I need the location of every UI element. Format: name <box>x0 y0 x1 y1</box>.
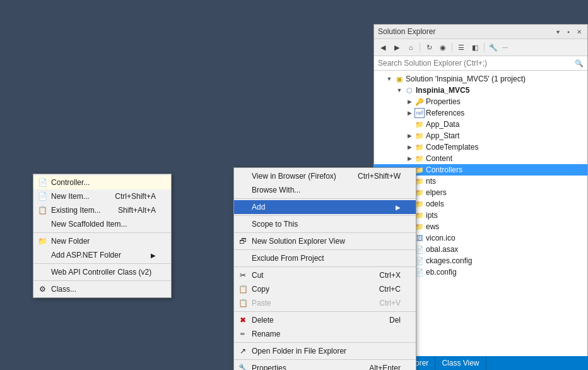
folder-icon: 📁 <box>415 142 425 152</box>
cm-sep <box>33 263 171 264</box>
tree-label: obal.asax <box>426 245 587 254</box>
tree-label: eb.config <box>426 268 587 277</box>
cm-existing-item[interactable]: 📋 Existing Item... Shift+Alt+A <box>33 203 171 217</box>
cm-sep <box>234 249 416 250</box>
folder-open-icon: ↗ <box>238 346 248 356</box>
expand-arrow: ▶ <box>404 98 415 105</box>
tree-item-codetemplates[interactable]: ▶ 📁 CodeTemplates <box>374 141 587 153</box>
sync-button[interactable]: ◉ <box>437 41 449 54</box>
cm-new-item[interactable]: 📄 New Item... Ctrl+Shift+A <box>33 189 171 203</box>
cm-cut[interactable]: ✂ Cut Ctrl+X <box>234 268 416 282</box>
cm-sep <box>234 198 416 199</box>
tools-button[interactable]: 🔧 <box>487 41 500 54</box>
tree-item-references[interactable]: ▶ ref References <box>374 107 587 119</box>
cm-new-scaffolded[interactable]: New Scaffolded Item... <box>33 217 171 231</box>
tree-item-content[interactable]: ▶ 📁 Content <box>374 153 587 164</box>
cm-browse-with[interactable]: Browse With... <box>234 183 416 197</box>
close-button[interactable]: ✕ <box>575 27 584 36</box>
folder-icon: 📁 <box>415 153 425 164</box>
toolbar-sep-1 <box>420 42 420 52</box>
tree-label: odels <box>426 200 587 208</box>
folder-icon: 📁 <box>415 119 425 129</box>
cm-class[interactable]: ⚙ Class... <box>33 282 171 296</box>
refresh-button[interactable]: ↻ <box>423 41 435 54</box>
toolbar-sep-2 <box>452 42 452 52</box>
cm-new-solution-explorer-view[interactable]: 🗗 New Solution Explorer View <box>234 234 416 248</box>
tree-label: Controllers <box>426 165 587 174</box>
cm-sep <box>234 215 416 216</box>
tree-label: ckages.config <box>426 256 587 265</box>
tree-label: References <box>426 109 587 117</box>
copy-icon: 📋 <box>238 284 248 294</box>
search-icon: 🔍 <box>575 59 584 68</box>
minimize-button[interactable]: ▪ <box>564 27 573 36</box>
tree-label: ews <box>426 222 587 231</box>
existing-item-icon: 📋 <box>37 205 47 215</box>
tree-label: App_Start <box>426 131 587 140</box>
cm-delete[interactable]: ✖ Delete Del <box>234 313 416 327</box>
expand-arrow: ▶ <box>404 155 415 162</box>
tree-label: Solution 'Inspinia_MVC5' (1 project) <box>406 75 587 83</box>
pin-button[interactable]: ▾ <box>553 27 562 36</box>
properties-icon: 🔧 <box>238 363 248 370</box>
cm-exclude-from-project[interactable]: Exclude From Project <box>234 251 416 265</box>
mid-context-menu: View in Browser (Firefox) Ctrl+Shift+W B… <box>233 167 416 370</box>
se-titlebar: Solution Explorer ▾ ▪ ✕ <box>374 25 587 39</box>
cm-rename[interactable]: ✏ Rename <box>234 327 416 341</box>
new-folder-icon: 📁 <box>37 236 47 246</box>
cm-scope-to-this[interactable]: Scope to This <box>234 217 416 231</box>
expand-arrow: ▶ <box>404 133 415 139</box>
tab-class-view[interactable]: Class View <box>435 356 486 370</box>
cm-add-aspnet-folder[interactable]: Add ASP.NET Folder ▶ <box>33 248 171 262</box>
tree-label: CodeTemplates <box>426 143 587 152</box>
tree-item-project[interactable]: ▼ ⬡ Inspinia_MVC5 <box>374 85 587 96</box>
tree-label: Inspinia_MVC5 <box>416 86 587 95</box>
cm-copy[interactable]: 📋 Copy Ctrl+C <box>234 282 416 296</box>
tree-item-appstart[interactable]: ▶ 📁 App_Start <box>374 130 587 141</box>
cm-web-api-controller[interactable]: Web API Controller Class (v2) <box>33 265 171 279</box>
cm-view-in-browser[interactable]: View in Browser (Firefox) Ctrl+Shift+W <box>234 169 416 183</box>
tree-item-appdata[interactable]: ▶ 📁 App_Data <box>374 119 587 130</box>
cm-open-folder[interactable]: ↗ Open Folder in File Explorer <box>234 344 416 358</box>
references-icon: ref <box>415 108 425 118</box>
tree-label: elpers <box>426 188 587 197</box>
add-submenu: 📄 Controller... 📄 New Item... Ctrl+Shift… <box>33 174 172 298</box>
expand-arrow: ▶ <box>404 110 415 116</box>
cm-new-folder[interactable]: 📁 New Folder <box>33 234 171 248</box>
tree-label: App_Data <box>426 120 587 129</box>
tree-label: Content <box>426 154 587 163</box>
tree-item-properties[interactable]: ▶ 🔑 Properties <box>374 96 587 107</box>
tree-label: Properties <box>426 97 587 106</box>
se-search-bar: 🔍 <box>374 56 587 71</box>
tree-label: nts <box>426 177 587 186</box>
cm-paste[interactable]: 📋 Paste Ctrl+V <box>234 296 416 310</box>
tree-label: ipts <box>426 211 587 220</box>
cm-add[interactable]: Add ▶ <box>234 200 416 214</box>
cm-sep <box>33 232 171 233</box>
back-button[interactable]: ◀ <box>377 41 389 54</box>
delete-icon: ✖ <box>238 315 248 325</box>
home-button[interactable]: ⌂ <box>404 41 417 54</box>
search-input[interactable] <box>378 59 575 68</box>
properties-icon: 🔑 <box>415 97 425 107</box>
expand-arrow: ▶ <box>404 144 415 150</box>
paste-icon: 📋 <box>238 298 248 308</box>
forward-button[interactable]: ▶ <box>391 41 403 54</box>
view-button[interactable]: ◧ <box>469 41 481 54</box>
properties-button[interactable]: ☰ <box>455 41 467 54</box>
se-title-buttons: ▾ ▪ ✕ <box>553 27 584 36</box>
cm-sep <box>234 266 416 267</box>
tree-item-solution[interactable]: ▼ ▣ Solution 'Inspinia_MVC5' (1 project) <box>374 73 587 85</box>
cm-controller[interactable]: 📄 Controller... <box>33 176 171 189</box>
toolbar-sep-3 <box>484 42 485 52</box>
tree-label: vicon.ico <box>426 234 587 242</box>
project-icon: ⬡ <box>404 85 415 95</box>
solution-icon: ▣ <box>394 74 404 84</box>
cm-sep <box>234 311 416 312</box>
rename-icon: ✏ <box>238 329 248 339</box>
cm-sep <box>234 359 416 360</box>
cm-properties[interactable]: 🔧 Properties Alt+Enter <box>234 361 416 370</box>
new-item-icon: 📄 <box>37 191 47 201</box>
expand-arrow: ▼ <box>394 87 404 93</box>
cm-sep <box>234 342 416 343</box>
